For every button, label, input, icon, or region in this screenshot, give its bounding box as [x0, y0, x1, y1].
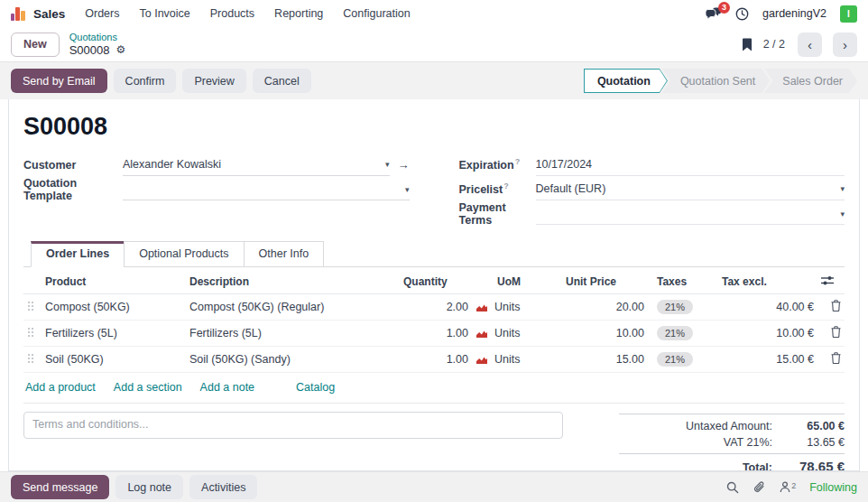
- help-question-icon: ?: [503, 181, 509, 191]
- user-avatar[interactable]: I: [840, 5, 857, 23]
- sales-app-icon[interactable]: [11, 6, 25, 21]
- order-lines-table: Product Description Quantity UoM Unit Pr…: [23, 269, 845, 373]
- cell-product[interactable]: Fertilizers (5L): [42, 321, 186, 347]
- order-line-row[interactable]: Soil (50KG) Soil (50KG) (Sandy) 1.00 Uni…: [23, 347, 845, 373]
- expiration-field[interactable]: 10/17/2024: [536, 154, 845, 176]
- breadcrumb-current-record: S00008: [69, 43, 110, 58]
- breadcrumb: Quotations S00008 ⚙: [69, 32, 126, 58]
- cell-quantity[interactable]: 1.00: [400, 321, 472, 347]
- tax-badge[interactable]: 21%: [657, 352, 693, 367]
- chevron-down-icon[interactable]: ▾: [835, 184, 845, 193]
- cell-product[interactable]: Compost (50KG): [42, 294, 186, 321]
- header-product[interactable]: Product: [42, 269, 186, 294]
- nav-item-to-invoice[interactable]: To Invoice: [139, 7, 189, 20]
- messages-icon[interactable]: 3: [706, 7, 722, 20]
- bookmark-icon[interactable]: [742, 38, 753, 51]
- delete-line-trash-icon[interactable]: [831, 326, 841, 338]
- activities-clock-icon[interactable]: [735, 7, 749, 21]
- cell-uom[interactable]: Units: [494, 301, 520, 313]
- terms-and-conditions-input[interactable]: [23, 412, 563, 439]
- quotation-template-label: Quotation Template: [23, 177, 123, 202]
- order-line-row[interactable]: Compost (50KG) Compost (50KG) (Regular) …: [23, 294, 845, 321]
- optional-columns-sliders-icon[interactable]: [821, 274, 834, 286]
- add-a-note-link[interactable]: Add a note: [200, 381, 254, 394]
- following-toggle[interactable]: Following: [809, 481, 857, 494]
- delete-line-trash-icon[interactable]: [831, 300, 841, 311]
- cancel-button[interactable]: Cancel: [253, 69, 311, 93]
- cell-description[interactable]: Soil (50KG) (Sandy): [186, 347, 400, 373]
- chevron-down-icon[interactable]: ▾: [400, 185, 410, 194]
- activities-button[interactable]: Activities: [189, 475, 257, 499]
- cell-description[interactable]: Fertilizers (5L): [186, 321, 400, 347]
- cell-uom[interactable]: Units: [494, 327, 520, 339]
- new-button[interactable]: New: [11, 33, 60, 57]
- send-message-button[interactable]: Send message: [11, 475, 109, 499]
- header-tax-excl[interactable]: Tax excl.: [718, 269, 817, 294]
- forecast-chart-icon[interactable]: [476, 355, 488, 365]
- state-quotation-sent[interactable]: Quotation Sent: [662, 69, 770, 93]
- forecast-chart-icon[interactable]: [476, 302, 488, 312]
- state-sales-order[interactable]: Sales Order: [764, 69, 857, 93]
- vat-value: 13.65 €: [772, 436, 845, 449]
- nav-item-orders[interactable]: Orders: [85, 7, 119, 20]
- actions-gear-icon[interactable]: ⚙: [116, 43, 126, 56]
- add-a-product-link[interactable]: Add a product: [25, 381, 96, 394]
- drag-handle-icon[interactable]: [27, 301, 34, 311]
- log-note-button[interactable]: Log note: [115, 475, 183, 499]
- page-title: S00008: [23, 113, 845, 141]
- pricelist-field[interactable]: Default (EUR) ▾: [536, 179, 845, 200]
- header-taxes[interactable]: Taxes: [648, 269, 718, 294]
- chevron-down-icon[interactable]: ▾: [380, 160, 390, 169]
- tax-badge[interactable]: 21%: [657, 326, 693, 340]
- confirm-button[interactable]: Confirm: [114, 69, 177, 93]
- breadcrumb-quotations-link[interactable]: Quotations: [69, 32, 126, 43]
- send-by-email-button[interactable]: Send by Email: [11, 69, 107, 93]
- tax-badge[interactable]: 21%: [657, 300, 693, 314]
- state-quotation[interactable]: Quotation: [584, 69, 668, 93]
- drag-handle-icon[interactable]: [27, 353, 34, 364]
- pager-next-button[interactable]: ›: [833, 33, 857, 57]
- payment-terms-field[interactable]: ▾: [536, 203, 845, 225]
- cell-quantity[interactable]: 1.00: [400, 347, 472, 373]
- followers-icon[interactable]: 2: [780, 481, 796, 493]
- header-description[interactable]: Description: [186, 269, 400, 294]
- company-name[interactable]: gardeningV2: [762, 7, 826, 20]
- drag-handle-icon[interactable]: [27, 327, 34, 338]
- pager-previous-button[interactable]: ‹: [798, 33, 822, 57]
- tab-other-info[interactable]: Other Info: [244, 241, 325, 267]
- app-name[interactable]: Sales: [33, 7, 65, 21]
- nav-item-configuration[interactable]: Configuration: [343, 7, 410, 20]
- header-uom[interactable]: UoM: [472, 269, 562, 294]
- help-question-icon: ?: [515, 157, 521, 166]
- header-unit-price[interactable]: Unit Price: [562, 269, 648, 294]
- cell-unit-price[interactable]: 10.00: [562, 321, 648, 347]
- nav-item-products[interactable]: Products: [210, 7, 254, 20]
- chevron-down-icon[interactable]: ▾: [835, 209, 845, 218]
- quotation-template-field[interactable]: ▾: [123, 179, 410, 200]
- delete-line-trash-icon[interactable]: [831, 352, 841, 364]
- tab-order-lines[interactable]: Order Lines: [31, 241, 125, 267]
- internal-link-arrow-icon[interactable]: →: [398, 158, 410, 172]
- expiration-label: Expiration?: [459, 157, 536, 172]
- cell-quantity[interactable]: 2.00: [400, 294, 472, 321]
- pricelist-value: Default (EUR): [536, 182, 606, 195]
- messages-badge: 3: [718, 2, 730, 14]
- cell-unit-price[interactable]: 15.00: [562, 347, 648, 373]
- catalog-link[interactable]: Catalog: [296, 381, 335, 394]
- cell-unit-price[interactable]: 20.00: [562, 294, 648, 321]
- preview-button[interactable]: Preview: [182, 69, 245, 93]
- forecast-chart-icon[interactable]: [476, 329, 488, 339]
- cell-description[interactable]: Compost (50KG) (Regular): [186, 294, 400, 321]
- notebook-tabs: Order Lines Optional Products Other Info: [23, 241, 845, 267]
- cell-uom[interactable]: Units: [494, 353, 520, 366]
- search-messages-icon[interactable]: [726, 481, 739, 494]
- order-line-row[interactable]: Fertilizers (5L) Fertilizers (5L) 1.00 U…: [23, 321, 845, 347]
- add-a-section-link[interactable]: Add a section: [114, 381, 182, 394]
- customer-value: Alexander Kowalski: [123, 158, 221, 171]
- nav-item-reporting[interactable]: Reporting: [274, 7, 323, 20]
- tab-optional-products[interactable]: Optional Products: [124, 241, 244, 267]
- attachment-paperclip-icon[interactable]: [753, 480, 766, 494]
- cell-product[interactable]: Soil (50KG): [42, 347, 186, 373]
- header-quantity[interactable]: Quantity: [400, 269, 472, 294]
- customer-field[interactable]: Alexander Kowalski ▾: [123, 154, 390, 176]
